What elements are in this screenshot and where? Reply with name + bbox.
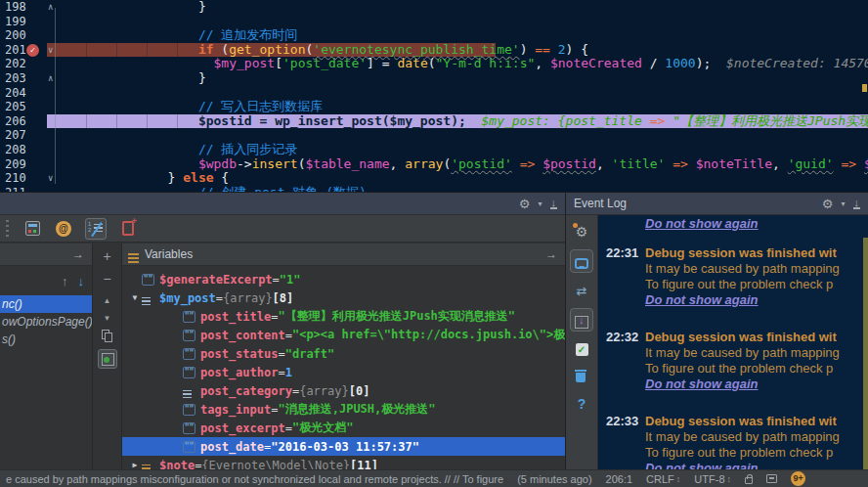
- stack-frame-item[interactable]: nc(): [0, 295, 92, 313]
- previous-frame-icon[interactable]: ↑: [62, 274, 68, 288]
- hide-panel-icon[interactable]: ↓: [550, 198, 558, 209]
- fold-marker-icon[interactable]: ∧: [48, 71, 53, 86]
- line-number[interactable]: 203: [5, 71, 26, 86]
- help-button[interactable]: ?: [571, 394, 592, 414]
- move-down-button[interactable]: ▼: [99, 312, 116, 323]
- add-watch-button[interactable]: +: [99, 249, 116, 265]
- show-balloons-toggle[interactable]: [570, 249, 593, 273]
- event-log-header: Event Log ⚙▾ ↓: [566, 193, 868, 215]
- variable-row-post_title[interactable]: ""post_title = "【整理】利用极光推送JPush实现消息推送": [122, 307, 565, 326]
- event-log-entry: 22:31Debug session was finished witIt ma…: [606, 245, 868, 308]
- variable-row-post_category[interactable]: post_category = {array} [0]: [122, 381, 565, 400]
- hide-panel-icon[interactable]: ↓: [853, 198, 861, 209]
- code-line-204[interactable]: 204: [0, 86, 868, 101]
- variables-title: Variables: [145, 247, 193, 261]
- chevron-down-icon[interactable]: ▾: [841, 199, 845, 208]
- notifications-badge[interactable]: 9+: [791, 471, 805, 486]
- event-log-scrollbar[interactable]: [863, 238, 868, 469]
- string-type-icon: "": [183, 367, 200, 378]
- remove-watch-button[interactable]: −: [99, 272, 116, 288]
- import-toggle[interactable]: [570, 308, 593, 332]
- monitor-icon[interactable]: [766, 474, 777, 483]
- line-number[interactable]: 204: [5, 86, 26, 101]
- restore-layout-button[interactable]: [118, 219, 138, 239]
- variable-name: post_title: [200, 310, 271, 324]
- mark-all-read-button[interactable]: ✓: [571, 339, 592, 359]
- string-type-icon: "": [183, 422, 200, 434]
- line-number[interactable]: 207: [5, 128, 26, 143]
- variable-row-post_author[interactable]: ""post_author = 1: [122, 363, 565, 381]
- code-line-210[interactable]: 210∨ } else {: [0, 171, 868, 186]
- indent-guide: [116, 0, 117, 192]
- variable-row-post_excerpt[interactable]: ""post_excerpt = "极光文档": [122, 419, 565, 437]
- encoding-selector[interactable]: UTF-8↕: [694, 473, 731, 485]
- settings-gear-icon[interactable]: ⚙: [822, 198, 834, 210]
- caret-position[interactable]: 206:1: [606, 473, 633, 485]
- do-not-show-again-link[interactable]: Do not show again: [645, 292, 759, 307]
- scroll-to-end-icon[interactable]: ⇄: [571, 281, 592, 300]
- code-line-202[interactable]: 202 $my_post['post_date'] = date("Y-m-d …: [0, 57, 868, 71]
- line-number[interactable]: 208: [5, 143, 26, 157]
- code-line-206[interactable]: 206 $postid = wp_insert_post($my_post); …: [0, 114, 868, 129]
- line-number[interactable]: 201: [5, 43, 26, 58]
- updown-icon: ↕: [727, 474, 732, 484]
- line-number[interactable]: 209: [5, 157, 26, 172]
- line-number[interactable]: 202: [5, 57, 26, 71]
- settings-gear-icon[interactable]: ⚙: [519, 198, 531, 210]
- drag-handle[interactable]: [6, 220, 9, 238]
- variable-row-note[interactable]: ▶$note = {Evernote\Model\Note} [11]: [122, 456, 565, 469]
- tree-expand-icon[interactable]: ▼: [128, 293, 142, 302]
- fold-marker-icon[interactable]: ∧: [48, 0, 53, 15]
- frames-pane-header: →: [0, 244, 92, 266]
- focus-pin-icon[interactable]: →: [545, 247, 557, 261]
- fold-marker-icon[interactable]: ∨: [48, 43, 53, 58]
- variable-row-my_post[interactable]: ▼$my_post = {array} [8]: [122, 288, 565, 307]
- evaluate-expression-button[interactable]: [22, 219, 42, 239]
- line-number[interactable]: 199: [5, 15, 26, 29]
- line-number[interactable]: 198: [5, 0, 26, 15]
- line-number[interactable]: 205: [5, 100, 26, 114]
- lock-icon[interactable]: [745, 477, 753, 484]
- mark-object-button[interactable]: @: [54, 219, 73, 239]
- code-line-200[interactable]: 200 // 追加发布时间: [0, 28, 868, 43]
- stack-frame-item[interactable]: owOptionsPage(): [0, 313, 92, 331]
- code-line-201[interactable]: 201✓∨ if (get_option('evernotesync_publi…: [0, 43, 868, 58]
- code-line-207[interactable]: 207: [0, 128, 868, 143]
- variable-row-post_date[interactable]: ""post_date = "2016-03-03 11:57:37": [122, 437, 565, 456]
- sort-values-toggle[interactable]: 12: [85, 218, 107, 240]
- indent-guide: [177, 0, 178, 192]
- code-line-209[interactable]: 209 $wpdb->insert($table_name, array('po…: [0, 157, 868, 172]
- breakpoint-icon[interactable]: ✓: [26, 44, 39, 57]
- watches-toolbar: + − ▲ ▼: [93, 244, 122, 469]
- line-number[interactable]: 210: [5, 171, 26, 186]
- chevron-down-icon[interactable]: ▾: [538, 199, 542, 208]
- tree-expand-icon[interactable]: ▶: [128, 461, 142, 469]
- variable-name: tags_input: [200, 403, 271, 417]
- variable-row-post_status[interactable]: ""post_status = "draft": [122, 344, 565, 363]
- variable-row-tags_input[interactable]: ""tags_input = "消息推送,JPUSH,极光推送": [122, 400, 565, 419]
- error-stripe-mark[interactable]: [862, 84, 867, 92]
- line-number[interactable]: 200: [5, 28, 26, 43]
- log-settings-icon[interactable]: ⚙: [571, 222, 592, 242]
- code-line-199[interactable]: 199: [0, 15, 868, 29]
- code-editor[interactable]: 198∧ }199200 // 追加发布时间201✓∨ if (get_opti…: [0, 0, 868, 192]
- code-line-203[interactable]: 203∧ }: [0, 71, 868, 86]
- do-not-show-again-link[interactable]: Do not show again: [645, 376, 759, 391]
- focus-pin-icon[interactable]: →: [72, 247, 84, 261]
- fold-marker-icon[interactable]: ∨: [48, 171, 53, 186]
- code-line-198[interactable]: 198∧ }: [0, 0, 868, 15]
- do-not-show-again-link[interactable]: Do not show again: [645, 461, 759, 469]
- move-up-button[interactable]: ▲: [99, 294, 116, 305]
- code-line-205[interactable]: 205 // 写入日志到数据库: [0, 100, 868, 114]
- variable-row-generateExcerpt[interactable]: ""$generateExcerpt = "1": [122, 270, 565, 288]
- next-frame-icon[interactable]: ↓: [78, 274, 85, 288]
- variable-row-post_content[interactable]: ""post_content = "<p><a href=\"http://do…: [122, 326, 565, 344]
- duplicate-icon[interactable]: [102, 330, 112, 342]
- stack-frame-item[interactable]: s(): [0, 331, 92, 348]
- clear-log-button[interactable]: [571, 367, 592, 386]
- do-not-show-again-link[interactable]: Do not show again: [645, 216, 759, 231]
- show-watches-toggle[interactable]: [98, 349, 117, 369]
- code-line-208[interactable]: 208 // 插入同步记录: [0, 143, 868, 157]
- line-number[interactable]: 206: [5, 114, 26, 129]
- line-ending-selector[interactable]: CRLF↕: [646, 473, 680, 485]
